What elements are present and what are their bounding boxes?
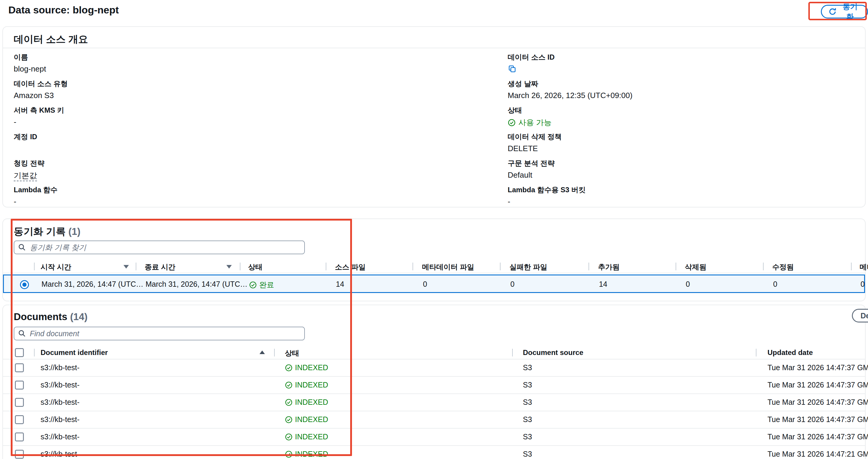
cell-status: INDEXED (285, 432, 328, 441)
overview-title: 데이터 소스 개요 (14, 33, 88, 46)
table-row[interactable]: s3://kb-test- INDEXED S3 Tue Mar 31 2026… (3, 394, 865, 411)
cell-status-text: INDEXED (295, 432, 328, 441)
documents-title: Documents (14) (14, 311, 88, 323)
field-label: 데이터 소스 ID (508, 53, 632, 62)
column-divider (512, 349, 513, 357)
row-checkbox[interactable] (15, 450, 24, 459)
column-document-source: Document source (523, 349, 583, 357)
page: { "colors": { "accent": "#0972d3", "succ… (0, 0, 868, 459)
row-checkbox[interactable] (15, 381, 24, 390)
cell-updated: Tue Mar 31 2026 14:47:37 GMT+0900 (768, 363, 868, 372)
field-lambda-function: Lambda 함수 - (14, 185, 68, 211)
cell-updated: Tue Mar 31 2026 14:47:37 GMT+0900 (768, 432, 868, 441)
cell-document-id: s3://kb-test- (40, 381, 80, 389)
cell-status-text: INDEXED (295, 398, 328, 406)
cell-document-id: s3://kb-test- (40, 450, 80, 458)
chunking-strategy-value[interactable]: 기본값 (14, 171, 37, 181)
cell-updated: Tue Mar 31 2026 14:47:37 GMT+0900 (768, 415, 868, 424)
select-all-checkbox[interactable] (15, 348, 24, 357)
check-circle-icon (285, 450, 292, 458)
field-creation-date: 생성 날짜 March 26, 2026, 12:35 (UTC+09:00) (508, 79, 632, 105)
field-value: - (508, 197, 632, 206)
documents-counter: (14) (70, 311, 88, 322)
refresh-icon (828, 7, 837, 16)
check-circle-icon (285, 433, 292, 441)
column-start-time[interactable]: 시작 시간 (40, 262, 71, 272)
cell-status: INDEXED (285, 381, 328, 389)
sync-history-card: 동기화 기록 (1) 시작 시간 종료 시간 상태 소스 파일 메타데이터 파일… (2, 219, 866, 301)
cell-status-text: INDEXED (295, 381, 328, 389)
cell-meta-clipped: 0 (861, 280, 865, 289)
cell-added: 14 (599, 280, 607, 289)
field-label: 데이터 삭제 정책 (508, 132, 632, 141)
row-checkbox[interactable] (15, 432, 24, 441)
page-title: Data source: blog-nept (8, 4, 119, 16)
cell-source: S3 (523, 381, 532, 389)
field-data-source-type: 데이터 소스 유형 Amazon S3 (14, 79, 68, 105)
field-value: - (14, 118, 68, 127)
cell-status: 완료 (249, 280, 274, 290)
column-divider (500, 263, 500, 270)
sync-history-title-text: 동기화 기록 (14, 226, 66, 237)
sort-down-icon[interactable] (226, 265, 232, 268)
check-circle-icon (285, 364, 292, 372)
sync-button[interactable]: 동기화 (821, 5, 868, 19)
cell-updated: Tue Mar 31 2026 14:47:37 GMT+0900 (768, 398, 868, 406)
copy-icon[interactable] (508, 64, 517, 73)
column-divider (756, 349, 756, 357)
cell-status-text: 완료 (259, 280, 274, 290)
column-document-identifier[interactable]: Document identifier (40, 349, 108, 357)
sort-up-icon[interactable] (259, 351, 265, 354)
column-divider (274, 349, 275, 357)
sort-down-icon[interactable] (123, 265, 129, 268)
status-badge: 사용 가능 (508, 118, 632, 128)
column-status: 상태 (248, 262, 262, 272)
row-checkbox[interactable] (15, 415, 24, 424)
field-label: 상태 (508, 105, 632, 115)
column-source-files: 소스 파일 (335, 262, 366, 272)
column-divider (34, 263, 35, 270)
column-divider (851, 263, 851, 270)
column-divider (136, 263, 136, 270)
sync-button-label: 동기화 (840, 2, 861, 22)
documents-card: Documents (14) De Document identifier 상태… (2, 305, 866, 459)
row-checkbox[interactable] (15, 363, 24, 372)
field-value: DELETE (508, 144, 632, 153)
field-account-id: 계정 ID (14, 132, 68, 159)
check-circle-icon (249, 281, 257, 289)
cell-source: S3 (523, 415, 532, 424)
field-data-source-id: 데이터 소스 ID (508, 53, 632, 79)
column-end-time[interactable]: 종료 시간 (145, 262, 176, 272)
table-row[interactable]: s3://kb-test- INDEXED S3 Tue Mar 31 2026… (3, 429, 865, 446)
check-circle-icon (285, 381, 292, 389)
cell-source: S3 (523, 363, 532, 372)
radio-dot (22, 283, 27, 287)
cell-source-files: 14 (336, 280, 344, 289)
field-name: 이름 blog-nept (14, 53, 68, 79)
sync-history-search-input[interactable] (14, 240, 305, 254)
column-divider (34, 349, 35, 357)
cell-deleted: 0 (686, 280, 690, 289)
divider (3, 48, 865, 48)
row-checkbox[interactable] (15, 398, 24, 407)
radio-selected[interactable] (20, 280, 29, 289)
table-row[interactable]: March 31, 2026, 14:47 (UTC… March 31, 20… (3, 274, 865, 293)
cell-metadata-files: 0 (423, 280, 427, 289)
table-row[interactable]: s3://kb-test- INDEXED S3 Tue Mar 31 2026… (3, 377, 865, 394)
table-row[interactable]: s3://kb-test- INDEXED S3 Tue Mar 31 2026… (3, 446, 865, 459)
cell-updated: Tue Mar 31 2026 14:47:21 GMT+0900 (768, 450, 868, 458)
table-row[interactable]: s3://kb-test- INDEXED S3 Tue Mar 31 2026… (3, 411, 865, 429)
field-label: 이름 (14, 53, 68, 62)
field-value: Amazon S3 (14, 91, 68, 100)
documents-search-input[interactable] (14, 327, 305, 340)
column-status: 상태 (285, 349, 299, 358)
field-server-kms-key: 서버 측 KMS 키 - (14, 105, 68, 132)
field-value: blog-nept (14, 64, 68, 74)
field-chunking-strategy: 청킹 전략 기본값 (14, 159, 68, 185)
cell-status: INDEXED (285, 450, 328, 458)
cell-document-id: s3://kb-test- (40, 432, 80, 441)
column-divider (763, 263, 764, 270)
documents-action-button[interactable]: De (852, 309, 868, 323)
table-row[interactable]: s3://kb-test- INDEXED S3 Tue Mar 31 2026… (3, 359, 865, 377)
field-value: March 26, 2026, 12:35 (UTC+09:00) (508, 91, 632, 100)
